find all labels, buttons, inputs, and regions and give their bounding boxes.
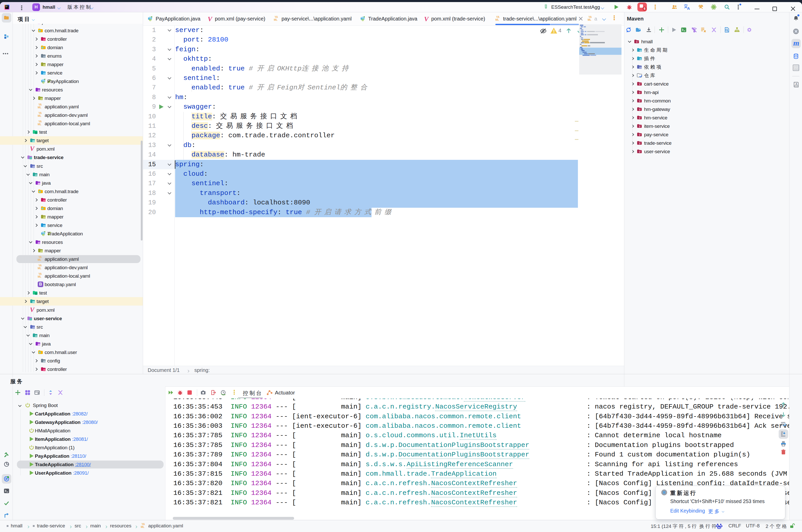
svg-text:du: du: [718, 526, 721, 529]
svg-text:A: A: [795, 82, 797, 86]
svg-text:A: A: [687, 6, 690, 11]
